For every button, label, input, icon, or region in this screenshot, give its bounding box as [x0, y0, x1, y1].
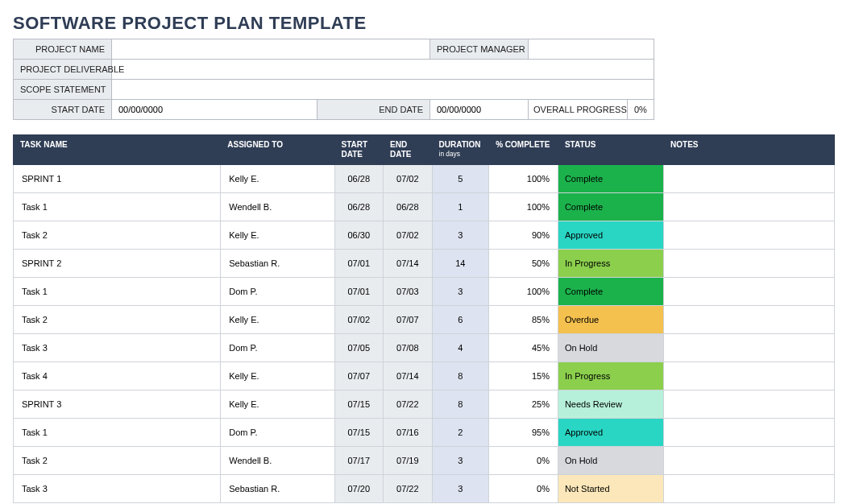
cell-pct[interactable]: 90%	[489, 221, 558, 250]
cell-end[interactable]: 07/08	[384, 334, 433, 362]
cell-start[interactable]: 06/28	[334, 165, 384, 193]
cell-assigned[interactable]: Kelly E.	[221, 165, 334, 193]
cell-task[interactable]: Task 3	[14, 334, 221, 362]
cell-duration[interactable]: 3	[432, 221, 489, 250]
cell-assigned[interactable]: Dom P.	[221, 334, 334, 362]
cell-start[interactable]: 07/01	[334, 250, 384, 278]
cell-pct[interactable]: 45%	[489, 334, 558, 362]
cell-notes[interactable]	[664, 362, 835, 390]
cell-end[interactable]: 07/19	[384, 447, 433, 475]
value-start-date[interactable]: 00/00/0000	[112, 100, 317, 120]
cell-assigned[interactable]: Kelly E.	[221, 221, 334, 250]
cell-duration[interactable]: 8	[432, 390, 489, 419]
cell-notes[interactable]	[664, 475, 835, 503]
cell-task[interactable]: SPRINT 1	[14, 165, 221, 193]
cell-status[interactable]: On Hold	[558, 447, 663, 475]
cell-end[interactable]: 07/22	[384, 475, 433, 503]
cell-notes[interactable]	[664, 334, 835, 362]
cell-duration[interactable]: 3	[432, 278, 489, 306]
cell-end[interactable]: 07/02	[384, 165, 433, 193]
cell-duration[interactable]: 3	[432, 447, 489, 475]
cell-notes[interactable]	[664, 165, 835, 193]
cell-assigned[interactable]: Dom P.	[221, 278, 334, 306]
cell-task[interactable]: Task 2	[14, 306, 221, 334]
cell-notes[interactable]	[664, 278, 835, 306]
cell-task[interactable]: SPRINT 2	[14, 250, 221, 278]
cell-pct[interactable]: 0%	[489, 447, 558, 475]
cell-pct[interactable]: 15%	[489, 362, 558, 390]
cell-notes[interactable]	[664, 250, 835, 278]
cell-start[interactable]: 07/15	[334, 419, 384, 447]
cell-duration[interactable]: 5	[432, 165, 489, 193]
cell-task[interactable]: Task 4	[14, 362, 221, 390]
cell-assigned[interactable]: Sebastian R.	[221, 250, 334, 278]
cell-task[interactable]: Task 1	[14, 419, 221, 447]
cell-status[interactable]: Complete	[558, 165, 663, 193]
cell-end[interactable]: 07/03	[384, 278, 433, 306]
cell-notes[interactable]	[664, 306, 835, 334]
cell-task[interactable]: Task 2	[14, 221, 221, 250]
cell-status[interactable]: Not Started	[558, 475, 663, 503]
cell-start[interactable]: 07/05	[334, 334, 384, 362]
cell-status[interactable]: Approved	[558, 419, 663, 447]
cell-start[interactable]: 07/15	[334, 390, 384, 419]
cell-pct[interactable]: 100%	[489, 193, 558, 221]
cell-end[interactable]: 07/16	[384, 419, 433, 447]
cell-notes[interactable]	[664, 390, 835, 419]
value-project-name[interactable]	[112, 39, 430, 60]
cell-status[interactable]: In Progress	[558, 362, 663, 390]
cell-end[interactable]: 07/22	[384, 390, 433, 419]
cell-task[interactable]: Task 1	[14, 278, 221, 306]
cell-duration[interactable]: 2	[432, 419, 489, 447]
cell-task[interactable]: Task 3	[14, 475, 221, 503]
value-scope-statement[interactable]	[112, 80, 654, 100]
cell-assigned[interactable]: Kelly E.	[221, 390, 334, 419]
cell-assigned[interactable]: Sebastian R.	[221, 475, 334, 503]
cell-end[interactable]: 07/07	[384, 306, 433, 334]
cell-assigned[interactable]: Kelly E.	[221, 306, 334, 334]
cell-duration[interactable]: 1	[432, 193, 489, 221]
cell-status[interactable]: On Hold	[558, 334, 663, 362]
cell-pct[interactable]: 25%	[489, 390, 558, 419]
cell-pct[interactable]: 0%	[489, 475, 558, 503]
cell-duration[interactable]: 6	[432, 306, 489, 334]
cell-start[interactable]: 07/01	[334, 278, 384, 306]
cell-pct[interactable]: 100%	[489, 278, 558, 306]
cell-pct[interactable]: 95%	[489, 419, 558, 447]
cell-pct[interactable]: 100%	[489, 165, 558, 193]
cell-duration[interactable]: 8	[432, 362, 489, 390]
value-project-deliverable[interactable]	[112, 60, 654, 80]
cell-notes[interactable]	[664, 447, 835, 475]
cell-end[interactable]: 06/28	[384, 193, 433, 221]
cell-notes[interactable]	[664, 419, 835, 447]
cell-start[interactable]: 07/02	[334, 306, 384, 334]
cell-start[interactable]: 06/28	[334, 193, 384, 221]
cell-duration[interactable]: 4	[432, 334, 489, 362]
value-project-manager[interactable]	[529, 39, 654, 60]
cell-status[interactable]: Complete	[558, 278, 663, 306]
value-end-date[interactable]: 00/00/0000	[430, 100, 529, 120]
cell-notes[interactable]	[664, 221, 835, 250]
cell-task[interactable]: Task 1	[14, 193, 221, 221]
cell-task[interactable]: SPRINT 3	[14, 390, 221, 419]
cell-task[interactable]: Task 2	[14, 447, 221, 475]
cell-end[interactable]: 07/02	[384, 221, 433, 250]
cell-duration[interactable]: 3	[432, 475, 489, 503]
cell-assigned[interactable]: Wendell B.	[221, 447, 334, 475]
cell-notes[interactable]	[664, 193, 835, 221]
cell-start[interactable]: 07/20	[334, 475, 384, 503]
cell-status[interactable]: Needs Review	[558, 390, 663, 419]
value-overall-progress[interactable]: 0%	[628, 100, 654, 119]
cell-status[interactable]: In Progress	[558, 250, 663, 278]
cell-start[interactable]: 07/07	[334, 362, 384, 390]
cell-assigned[interactable]: Wendell B.	[221, 193, 334, 221]
cell-end[interactable]: 07/14	[384, 250, 433, 278]
cell-duration[interactable]: 14	[432, 250, 489, 278]
cell-assigned[interactable]: Dom P.	[221, 419, 334, 447]
cell-start[interactable]: 06/30	[334, 221, 384, 250]
cell-status[interactable]: Approved	[558, 221, 663, 250]
cell-pct[interactable]: 85%	[489, 306, 558, 334]
cell-pct[interactable]: 50%	[489, 250, 558, 278]
cell-start[interactable]: 07/17	[334, 447, 384, 475]
cell-end[interactable]: 07/14	[384, 362, 433, 390]
